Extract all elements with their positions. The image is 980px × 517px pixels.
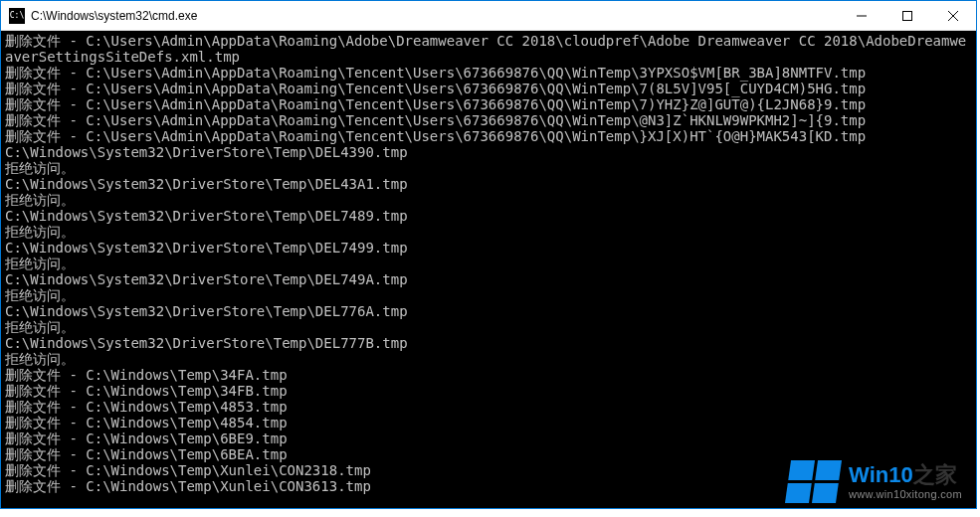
cmd-icon: C:\ (9, 8, 25, 24)
minimize-icon (857, 11, 867, 21)
cmd-window: C:\ C:\Windows\system32\cmd.exe 删除文件 - C… (0, 0, 977, 509)
svg-rect-1 (903, 11, 912, 20)
maximize-button[interactable] (884, 1, 930, 30)
window-controls (839, 1, 976, 30)
terminal-output[interactable]: 删除文件 - C:\Users\Admin\AppData\Roaming\Ad… (1, 31, 976, 508)
close-button[interactable] (930, 1, 976, 30)
close-icon (948, 11, 958, 21)
maximize-icon (902, 11, 912, 21)
window-title: C:\Windows\system32\cmd.exe (31, 9, 839, 23)
minimize-button[interactable] (839, 1, 884, 30)
titlebar[interactable]: C:\ C:\Windows\system32\cmd.exe (1, 1, 976, 31)
